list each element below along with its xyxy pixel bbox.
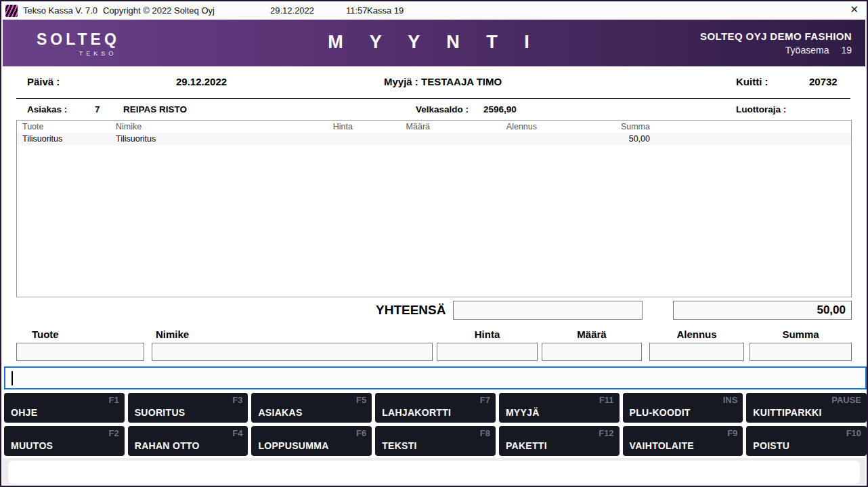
tekso-app-icon <box>5 5 18 17</box>
table-header-row: Tuote Nimike Hinta Määrä Alennus Summa <box>17 121 851 133</box>
entry-label-tuote: Tuote <box>32 329 59 340</box>
col-header-tuote: Tuote <box>22 122 44 131</box>
col-header-alennus: Alennus <box>457 122 537 131</box>
rahan-otto-button[interactable]: RAHAN OTTO F4 <box>128 426 248 456</box>
col-header-maara: Määrä <box>362 122 430 131</box>
receipt-label: Kuitti : <box>736 76 768 87</box>
button-keycap: F1 <box>109 395 119 405</box>
button-label: ASIAKAS <box>258 407 302 418</box>
debt-value: 2596,90 <box>483 104 517 114</box>
suoritus-button[interactable]: SUORITUS F3 <box>128 393 248 423</box>
button-label: SUORITUS <box>135 407 186 418</box>
button-label: POISTU <box>753 440 789 451</box>
pos-window: Tekso Kassa V. 7.0 Copyright © 2022 Solt… <box>0 0 868 487</box>
button-keycap: PAUSE <box>831 395 861 405</box>
entry-label-hinta: Hinta <box>437 329 538 340</box>
button-keycap: F11 <box>599 395 614 405</box>
close-icon[interactable]: ✕ <box>850 3 859 16</box>
app-title: Tekso Kassa V. 7.0 <box>23 5 102 16</box>
customer-label: Asiakas : <box>27 104 67 114</box>
entry-label-maara: Määrä <box>542 329 642 340</box>
summa-input[interactable] <box>750 343 852 361</box>
command-input[interactable] <box>5 368 865 388</box>
total-entry-input[interactable] <box>453 301 643 320</box>
receipt-line-table[interactable]: Tuote Nimike Hinta Määrä Alennus Summa T… <box>16 120 852 297</box>
entry-label-alennus: Alennus <box>649 329 744 340</box>
hinta-input[interactable] <box>437 343 538 361</box>
customer-info-row: Asiakas : 7 REIPAS RISTO Velkasaldo : 25… <box>1 99 867 120</box>
muutos-button[interactable]: MUUTOS F2 <box>4 426 125 456</box>
vaihtolaite-button[interactable]: VAIHTOLAITE F9 <box>623 426 743 456</box>
bottom-strip <box>3 458 865 484</box>
entry-field-inputs <box>1 343 867 361</box>
total-amount: 50,00 <box>673 301 852 320</box>
button-keycap: F12 <box>599 428 613 438</box>
plu-koodit-button[interactable]: PLU-KOODIT INS <box>623 393 743 423</box>
asiakas-button[interactable]: ASIAKAS F5 <box>251 393 372 423</box>
app-header: SOLTEQ TEKSO M Y Y N T I SOLTEQ OYJ DEMO… <box>3 20 865 66</box>
workstation-label: Työasema <box>785 45 829 56</box>
date-label: Päivä : <box>27 76 60 87</box>
function-key-panel: OHJE F1 SUORITUS F3 ASIAKAS F5 LAHJAKORT… <box>4 393 867 459</box>
poistu-button[interactable]: POISTU F10 <box>746 426 867 456</box>
nimike-input[interactable] <box>152 343 433 361</box>
button-label: MYYJÄ <box>506 407 540 418</box>
total-label: YHTEENSÄ <box>376 303 446 318</box>
loppusumma-button[interactable]: LOPPUSUMMA F6 <box>251 426 372 456</box>
button-keycap: F2 <box>109 428 119 438</box>
status-bar <box>8 461 860 484</box>
receipt-info-row: Päivä : 29.12.2022 Myyjä : TESTAAJA TIMO… <box>1 66 867 98</box>
button-label: LAHJAKORTTI <box>382 407 451 418</box>
entry-field-labels: Tuote Nimike Hinta Määrä Alennus Summa <box>1 329 867 343</box>
button-keycap: F10 <box>846 428 861 438</box>
credit-limit-label: Luottoraja : <box>736 104 786 114</box>
button-label: PLU-KOODIT <box>630 407 691 418</box>
store-name: SOLTEQ OYJ DEMO FASHION <box>700 30 852 42</box>
button-label: VAIHTOLAITE <box>630 440 694 451</box>
seller-info: Myyjä : TESTAAJA TIMO <box>384 76 502 87</box>
titlebar-date: 29.12.2022 <box>270 5 314 16</box>
function-key-row-2: MUUTOS F2 RAHAN OTTO F4 LOPPUSUMMA F6 TE… <box>4 426 867 456</box>
date-value: 29.12.2022 <box>176 76 227 87</box>
button-keycap: F9 <box>727 428 737 438</box>
cell-nimike: Tilisuoritus <box>116 134 156 144</box>
alennus-input[interactable] <box>649 343 744 361</box>
titlebar-time: 11:57 <box>346 5 368 16</box>
button-label: TEKSTI <box>382 440 417 451</box>
button-keycap: F3 <box>232 395 242 405</box>
button-keycap: F5 <box>356 395 366 405</box>
myyja-button[interactable]: MYYJÄ F11 <box>499 393 620 423</box>
copyright-text: Copyright © 2022 Solteq Oyj <box>103 5 215 16</box>
kuittiparkki-button[interactable]: KUITTIPARKKI PAUSE <box>746 393 867 423</box>
teksti-button[interactable]: TEKSTI F8 <box>375 426 496 456</box>
debt-label: Velkasaldo : <box>416 104 469 114</box>
button-keycap: F4 <box>232 428 242 438</box>
maara-input[interactable] <box>542 343 642 361</box>
button-label: OHJE <box>11 407 37 418</box>
cell-tuote: Tilisuoritus <box>22 134 62 144</box>
lahjakortti-button[interactable]: LAHJAKORTTI F7 <box>375 393 496 423</box>
button-keycap: F6 <box>356 428 366 438</box>
ohje-button[interactable]: OHJE F1 <box>4 393 125 423</box>
customer-name: REIPAS RISTO <box>123 104 187 114</box>
total-row: YHTEENSÄ 50,00 <box>1 297 867 326</box>
function-key-row-1: OHJE F1 SUORITUS F3 ASIAKAS F5 LAHJAKORT… <box>4 393 867 423</box>
receipt-number: 20732 <box>809 76 838 87</box>
cell-summa: 50,00 <box>552 134 650 144</box>
button-label: LOPPUSUMMA <box>258 440 328 451</box>
col-header-nimike: Nimike <box>116 122 142 131</box>
button-label: KUITTIPARKKI <box>753 407 821 418</box>
button-label: RAHAN OTTO <box>135 440 200 451</box>
entry-label-summa: Summa <box>750 329 852 340</box>
table-row[interactable]: Tilisuoritus Tilisuoritus 50,00 <box>17 133 851 145</box>
col-header-hinta: Hinta <box>285 122 353 131</box>
text-caret <box>12 371 13 385</box>
command-line <box>4 366 867 389</box>
button-label: PAKETTI <box>506 440 547 451</box>
paketti-button[interactable]: PAKETTI F12 <box>499 426 620 456</box>
entry-label-nimike: Nimike <box>156 329 189 340</box>
tuote-input[interactable] <box>16 343 144 361</box>
customer-number: 7 <box>95 104 100 114</box>
button-keycap: INS <box>723 395 738 405</box>
button-label: MUUTOS <box>11 440 53 451</box>
